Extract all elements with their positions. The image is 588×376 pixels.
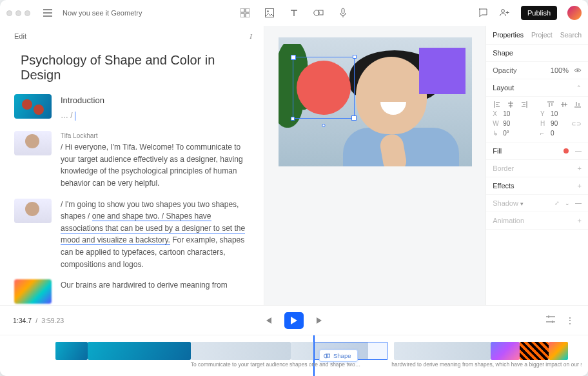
svg-rect-8 bbox=[342, 8, 344, 14]
section-heading[interactable]: Introduction bbox=[61, 94, 250, 107]
window-controls[interactable] bbox=[6, 10, 37, 16]
microphone-icon[interactable] bbox=[338, 8, 348, 18]
shadow-amount-icon[interactable]: ⤢ bbox=[554, 200, 560, 206]
align-top-icon[interactable] bbox=[546, 101, 554, 108]
timeline-clip[interactable] bbox=[394, 342, 491, 360]
comment-icon[interactable] bbox=[477, 7, 489, 19]
field-w[interactable]: W90 bbox=[493, 120, 534, 127]
page-title: Psychology of Shape and Color in Design bbox=[21, 53, 250, 83]
field-corner[interactable]: ⌐0 bbox=[540, 130, 582, 137]
timeline[interactable]: Shape To communicate to your target audi… bbox=[0, 335, 588, 376]
document-title[interactable]: Now you see it Geometry bbox=[63, 9, 142, 17]
field-x[interactable]: X10 bbox=[493, 110, 534, 117]
align-hcenter-icon[interactable] bbox=[506, 101, 514, 108]
align-left-icon[interactable] bbox=[493, 101, 501, 108]
section-fill[interactable]: Fill bbox=[486, 143, 588, 160]
script-scroll[interactable]: Psychology of Shape and Color in Design … bbox=[0, 43, 264, 305]
timeline-clip[interactable] bbox=[549, 342, 568, 360]
layout-grid-icon[interactable] bbox=[240, 8, 250, 18]
tab-search[interactable]: Search bbox=[560, 31, 582, 39]
visibility-eye-icon[interactable] bbox=[574, 67, 582, 74]
transcript-text[interactable]: Our brains are hardwired to derive meani… bbox=[61, 281, 228, 290]
chevron-up-icon[interactable]: ⌃ bbox=[576, 84, 582, 91]
clip-thumbnail[interactable] bbox=[14, 279, 52, 304]
field-h[interactable]: H90⊂⊃ bbox=[540, 120, 582, 127]
user-avatar[interactable] bbox=[567, 6, 582, 20]
zoom-dot[interactable] bbox=[24, 10, 30, 16]
layout-values: X10 Y10 W90 H90⊂⊃ ↳0° ⌐0 bbox=[486, 108, 588, 143]
opacity-value[interactable]: 100% bbox=[551, 66, 569, 74]
play-button[interactable] bbox=[284, 312, 304, 329]
border-label: Border bbox=[493, 164, 514, 172]
share-users-icon[interactable] bbox=[499, 7, 511, 19]
properties-panel: Properties Project Search Shape Opacity … bbox=[485, 26, 588, 305]
timeline-clip[interactable] bbox=[191, 342, 291, 360]
fill-swatch[interactable] bbox=[564, 148, 569, 153]
transcript-text[interactable]: / Hi everyone, I'm Tifa. Welcome! To com… bbox=[61, 143, 243, 188]
tab-project[interactable]: Project bbox=[531, 31, 553, 39]
mode-label[interactable]: Edit bbox=[14, 32, 26, 40]
chevron-down-icon[interactable]: ▾ bbox=[520, 201, 524, 207]
timeline-clip[interactable] bbox=[55, 342, 88, 360]
section-layout[interactable]: Layout ⌃ bbox=[486, 79, 588, 97]
main-area: Edit I Psychology of Shape and Color in … bbox=[0, 26, 588, 305]
shadow-label: Shadow bbox=[493, 199, 518, 207]
remove-fill-icon[interactable] bbox=[575, 151, 582, 152]
opacity-label: Opacity bbox=[493, 66, 516, 74]
clip-thumbnail[interactable] bbox=[14, 94, 52, 119]
resize-handle[interactable] bbox=[353, 55, 357, 59]
fill-label: Fill bbox=[493, 147, 502, 155]
chevron-down-icon[interactable]: ⌄ bbox=[565, 200, 570, 206]
opacity-row[interactable]: Opacity 100% bbox=[486, 62, 588, 79]
main-menu-icon[interactable] bbox=[43, 9, 56, 17]
align-right-icon[interactable] bbox=[520, 101, 528, 108]
script-panel: Edit I Psychology of Shape and Color in … bbox=[0, 26, 264, 305]
add-effect-icon[interactable]: + bbox=[578, 182, 582, 190]
caption-text[interactable]: shapes one and shape two… bbox=[288, 361, 365, 371]
add-animation-icon[interactable]: + bbox=[578, 217, 582, 224]
more-menu-icon[interactable]: ⋮ bbox=[565, 315, 575, 326]
close-dot[interactable] bbox=[6, 10, 12, 16]
purple-square-shape[interactable] bbox=[419, 48, 466, 94]
section-label: Shape bbox=[493, 49, 513, 57]
canvas-area[interactable] bbox=[264, 26, 485, 305]
add-border-icon[interactable]: + bbox=[578, 164, 582, 172]
animation-label: Animation bbox=[493, 217, 524, 224]
shape-icon[interactable] bbox=[313, 8, 324, 18]
clip-thumbnail[interactable] bbox=[14, 131, 52, 155]
resize-handle[interactable] bbox=[291, 117, 295, 121]
section-effects[interactable]: Effects + bbox=[486, 177, 588, 195]
shadow-row[interactable]: Shadow ▾ ⤢ ⌄ bbox=[486, 195, 588, 212]
skip-forward-icon[interactable] bbox=[315, 316, 324, 325]
timeline-clip[interactable] bbox=[88, 342, 191, 360]
align-bottom-icon[interactable] bbox=[573, 101, 582, 108]
video-canvas[interactable] bbox=[279, 37, 472, 166]
rotate-handle[interactable] bbox=[322, 124, 325, 127]
image-icon[interactable] bbox=[264, 8, 275, 18]
timeline-settings-icon[interactable] bbox=[546, 315, 555, 326]
transcript-text[interactable]: / I'm going to show you two shapes you t… bbox=[61, 200, 245, 269]
section-animation[interactable]: Animation + bbox=[486, 212, 588, 230]
align-vcenter-icon[interactable] bbox=[560, 101, 568, 108]
text-icon[interactable] bbox=[289, 8, 299, 18]
minimize-dot[interactable] bbox=[15, 10, 21, 16]
tab-properties[interactable]: Properties bbox=[493, 31, 524, 39]
caption-text[interactable]: hardwired to derive meaning from shapes,… bbox=[390, 361, 582, 371]
timeline-clip[interactable] bbox=[491, 342, 520, 360]
selection-bounding-box[interactable] bbox=[293, 57, 355, 119]
remove-shadow-icon[interactable] bbox=[575, 203, 582, 204]
intro-body[interactable]: … / bbox=[61, 111, 75, 120]
clip-thumbnail[interactable] bbox=[14, 199, 52, 223]
shape-layer-chip[interactable]: Shape bbox=[319, 350, 358, 362]
field-y[interactable]: Y10 bbox=[540, 110, 582, 117]
align-tools-row bbox=[486, 97, 588, 108]
section-border[interactable]: Border + bbox=[486, 160, 588, 177]
caption-text[interactable]: To communicate to your target audience… bbox=[190, 361, 288, 371]
timeline-clip[interactable] bbox=[520, 342, 549, 360]
constrain-icon[interactable]: ⊂⊃ bbox=[571, 121, 582, 127]
skip-back-icon[interactable] bbox=[264, 316, 273, 325]
person-head bbox=[356, 57, 427, 134]
publish-button[interactable]: Publish bbox=[521, 6, 557, 20]
italic-icon[interactable]: I bbox=[250, 32, 252, 40]
field-rotation[interactable]: ↳0° bbox=[493, 130, 534, 137]
